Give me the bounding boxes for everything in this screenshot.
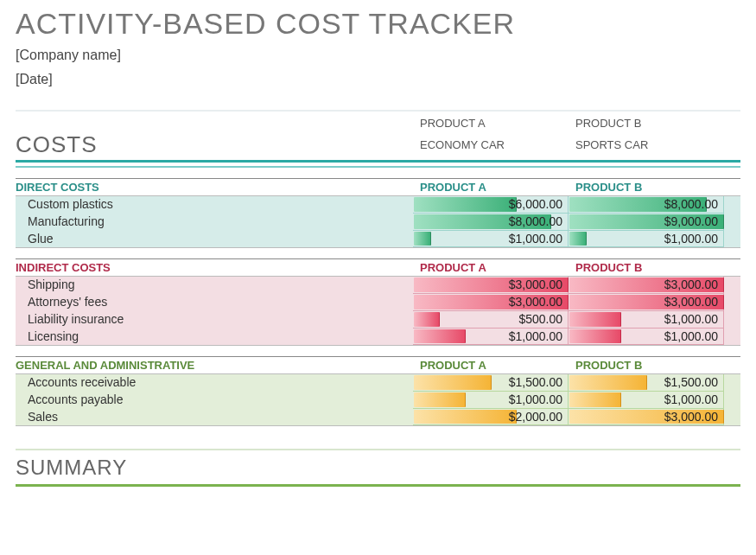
- data-bar: [414, 410, 517, 424]
- value-cell-product-b: $8,000.00: [569, 196, 724, 214]
- product-header-row: PRODUCT A PRODUCT B: [16, 112, 740, 130]
- data-bar: [414, 392, 466, 407]
- value-cell-product-a: $1,500.00: [413, 374, 569, 392]
- data-bar: [569, 312, 621, 327]
- row-label: Manufacturing: [16, 214, 413, 231]
- table-row: Attorneys' fees$3,000.00$3,000.00: [16, 294, 740, 311]
- row-label: Accounts receivable: [16, 374, 413, 392]
- table-row: Licensing$1,000.00$1,000.00: [16, 329, 740, 346]
- value-text: $3,000.00: [664, 278, 718, 291]
- costs-heading-row: COSTS ECONOMY CAR SPORTS CAR: [16, 130, 740, 163]
- value-cell-product-b: $1,000.00: [569, 329, 724, 345]
- direct-costs-section: DIRECT COSTS PRODUCT A PRODUCT B Custom …: [16, 178, 740, 248]
- direct-costs-title: DIRECT COSTS: [16, 181, 413, 194]
- value-text: $9,000.00: [664, 214, 718, 228]
- value-text: $8,000.00: [664, 197, 718, 211]
- ga-section: GENERAL AND ADMINISTRATIVE PRODUCT A PRO…: [16, 356, 740, 426]
- company-name: [Company name]: [16, 48, 740, 63]
- indirect-col-b: PRODUCT B: [569, 261, 724, 274]
- summary-heading: SUMMARY: [16, 454, 740, 482]
- indirect-costs-section: INDIRECT COSTS PRODUCT A PRODUCT B Shipp…: [16, 258, 740, 346]
- value-cell-product-b: $3,000.00: [569, 277, 724, 294]
- data-bar: [569, 329, 621, 343]
- value-text: $1,000.00: [664, 392, 718, 406]
- value-cell-product-a: $1,000.00: [413, 329, 569, 345]
- value-cell-product-a: $3,000.00: [413, 294, 569, 311]
- value-text: $3,000.00: [664, 410, 718, 424]
- product-b-header: PRODUCT B: [569, 117, 724, 130]
- ga-col-b: PRODUCT B: [569, 359, 724, 372]
- value-text: $1,000.00: [509, 392, 562, 406]
- data-bar: [569, 392, 621, 407]
- value-cell-product-a: $2,000.00: [413, 409, 569, 425]
- value-cell-product-b: $1,500.00: [569, 374, 724, 392]
- table-row: Accounts receivable$1,500.00$1,500.00: [16, 374, 740, 392]
- table-row: Liability insurance$500.00$1,000.00: [16, 311, 740, 329]
- value-cell-product-b: $1,000.00: [569, 392, 724, 409]
- value-cell-product-b: $3,000.00: [569, 294, 724, 311]
- divider-green: [16, 483, 740, 487]
- costs-heading: COSTS: [16, 131, 413, 158]
- row-label: Custom plastics: [16, 196, 413, 214]
- product-b-subheader: SPORTS CAR: [569, 138, 724, 151]
- value-text: $1,000.00: [509, 329, 562, 343]
- table-row: Accounts payable$1,000.00$1,000.00: [16, 392, 740, 409]
- table-row: Glue$1,000.00$1,000.00: [16, 231, 740, 248]
- value-text: $1,000.00: [664, 312, 718, 326]
- data-bar: [414, 232, 431, 246]
- direct-col-b: PRODUCT B: [569, 181, 724, 194]
- value-text: $500.00: [518, 312, 562, 326]
- row-label: Liability insurance: [16, 311, 413, 329]
- value-cell-product-a: $8,000.00: [413, 214, 569, 231]
- row-label: Shipping: [16, 277, 413, 294]
- value-text: $8,000.00: [509, 214, 562, 228]
- data-bar: [569, 232, 587, 246]
- data-bar: [414, 312, 440, 327]
- value-cell-product-b: $1,000.00: [569, 311, 724, 329]
- value-text: $1,000.00: [664, 232, 718, 246]
- value-text: $1,500.00: [664, 375, 718, 389]
- value-text: $1,000.00: [664, 329, 718, 343]
- table-row: Shipping$3,000.00$3,000.00: [16, 277, 740, 294]
- value-cell-product-b: $1,000.00: [569, 231, 724, 247]
- data-bar: [569, 375, 647, 390]
- divider-teal: [16, 164, 740, 168]
- value-cell-product-b: $9,000.00: [569, 214, 724, 231]
- row-label: Licensing: [16, 329, 413, 345]
- divider: [16, 449, 740, 450]
- data-bar: [414, 329, 466, 343]
- row-label: Glue: [16, 231, 413, 247]
- summary-section: SUMMARY: [16, 449, 740, 487]
- value-text: $3,000.00: [509, 278, 562, 291]
- direct-col-a: PRODUCT A: [413, 181, 569, 194]
- value-text: $2,000.00: [509, 410, 562, 424]
- value-cell-product-a: $1,000.00: [413, 392, 569, 409]
- indirect-costs-title: INDIRECT COSTS: [16, 261, 413, 274]
- product-a-header: PRODUCT A: [413, 117, 569, 130]
- value-cell-product-a: $500.00: [413, 311, 569, 329]
- value-cell-product-a: $6,000.00: [413, 196, 569, 214]
- table-row: Manufacturing$8,000.00$9,000.00: [16, 214, 740, 231]
- data-bar: [414, 375, 492, 390]
- table-row: Custom plastics$6,000.00$8,000.00: [16, 196, 740, 214]
- product-a-subheader: ECONOMY CAR: [413, 138, 569, 151]
- row-label: Sales: [16, 409, 413, 425]
- date-field: [Date]: [16, 72, 740, 87]
- row-label: Attorneys' fees: [16, 294, 413, 311]
- ga-title: GENERAL AND ADMINISTRATIVE: [16, 359, 413, 372]
- value-cell-product-a: $3,000.00: [413, 277, 569, 294]
- table-row: Sales$2,000.00$3,000.00: [16, 409, 740, 426]
- value-text: $3,000.00: [664, 295, 718, 309]
- value-cell-product-a: $1,000.00: [413, 231, 569, 247]
- page-title: ACTIVITY-BASED COST TRACKER: [16, 7, 740, 41]
- indirect-col-a: PRODUCT A: [413, 261, 569, 274]
- value-text: $1,000.00: [509, 232, 562, 246]
- value-text: $3,000.00: [509, 295, 562, 309]
- value-cell-product-b: $3,000.00: [569, 409, 724, 425]
- value-text: $1,500.00: [509, 375, 562, 389]
- data-bar: [414, 197, 517, 212]
- value-text: $6,000.00: [509, 197, 562, 211]
- row-label: Accounts payable: [16, 392, 413, 409]
- ga-col-a: PRODUCT A: [413, 359, 569, 372]
